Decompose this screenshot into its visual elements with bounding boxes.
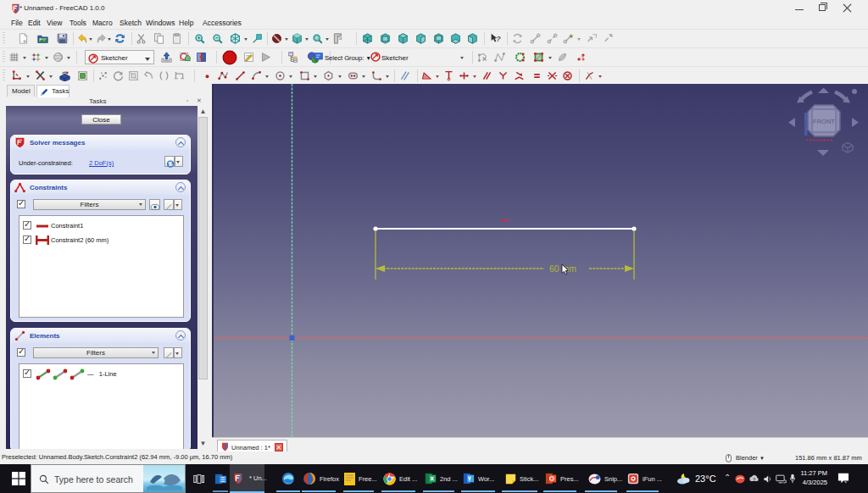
svg-text:?: ? [496, 35, 501, 43]
svg-text:FRONT: FRONT [813, 118, 835, 125]
